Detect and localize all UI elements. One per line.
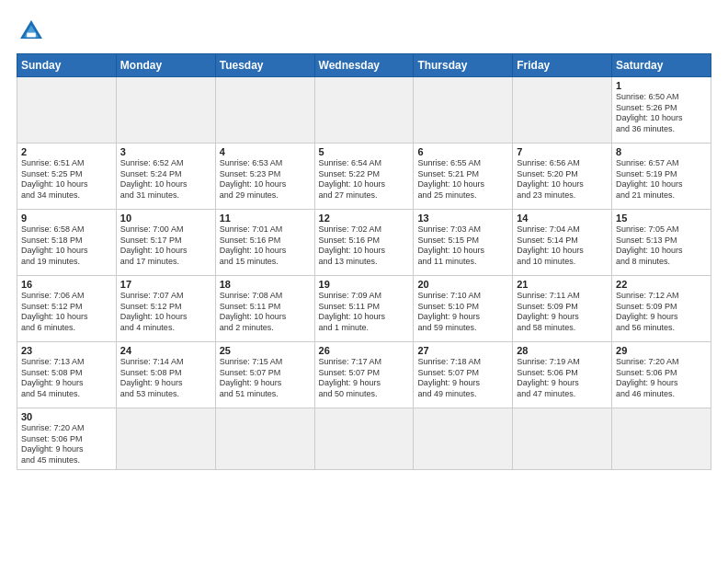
week-row-3: 16Sunrise: 7:06 AM Sunset: 5:12 PM Dayli… [17, 276, 711, 342]
weekday-header-thursday: Thursday [414, 54, 513, 77]
day-number: 25 [220, 345, 311, 356]
calendar-cell: 12Sunrise: 7:02 AM Sunset: 5:16 PM Dayli… [314, 210, 414, 276]
day-number: 22 [616, 279, 707, 290]
calendar-cell: 8Sunrise: 6:57 AM Sunset: 5:19 PM Daylig… [612, 144, 711, 210]
day-info: Sunrise: 7:09 AM Sunset: 5:11 PM Dayligh… [319, 291, 410, 334]
day-info: Sunrise: 7:00 AM Sunset: 5:17 PM Dayligh… [120, 224, 211, 268]
calendar-cell: 13Sunrise: 7:03 AM Sunset: 5:15 PM Dayli… [414, 210, 513, 276]
day-number: 7 [517, 146, 608, 157]
day-number: 23 [21, 345, 112, 356]
calendar-cell: 22Sunrise: 7:12 AM Sunset: 5:09 PM Dayli… [612, 276, 711, 342]
logo-icon [17, 17, 46, 46]
day-number: 28 [517, 345, 608, 356]
day-number: 21 [517, 279, 608, 290]
day-number: 24 [120, 345, 211, 356]
calendar-cell: 6Sunrise: 6:55 AM Sunset: 5:21 PM Daylig… [414, 144, 513, 210]
day-number: 5 [319, 146, 410, 157]
calendar-cell: 10Sunrise: 7:00 AM Sunset: 5:17 PM Dayli… [116, 210, 215, 276]
weekday-header-row: SundayMondayTuesdayWednesdayThursdayFrid… [17, 54, 711, 77]
day-info: Sunrise: 6:58 AM Sunset: 5:18 PM Dayligh… [21, 224, 112, 268]
calendar-cell [513, 408, 612, 470]
day-info: Sunrise: 7:11 AM Sunset: 5:09 PM Dayligh… [517, 291, 608, 334]
calendar-cell: 30Sunrise: 7:20 AM Sunset: 5:06 PM Dayli… [17, 408, 117, 470]
calendar-cell: 4Sunrise: 6:53 AM Sunset: 5:23 PM Daylig… [215, 144, 314, 210]
weekday-header-friday: Friday [513, 54, 612, 77]
day-info: Sunrise: 7:12 AM Sunset: 5:09 PM Dayligh… [616, 291, 707, 334]
day-info: Sunrise: 7:02 AM Sunset: 5:16 PM Dayligh… [319, 224, 410, 268]
day-info: Sunrise: 6:55 AM Sunset: 5:21 PM Dayligh… [417, 158, 508, 201]
day-number: 12 [319, 213, 410, 224]
day-number: 3 [120, 146, 211, 157]
weekday-header-sunday: Sunday [17, 54, 117, 77]
calendar-cell [314, 77, 414, 144]
week-row-2: 9Sunrise: 6:58 AM Sunset: 5:18 PM Daylig… [17, 210, 711, 276]
day-info: Sunrise: 7:19 AM Sunset: 5:06 PM Dayligh… [517, 357, 608, 400]
day-number: 14 [517, 213, 608, 224]
calendar-cell: 18Sunrise: 7:08 AM Sunset: 5:11 PM Dayli… [215, 276, 314, 342]
calendar-cell: 20Sunrise: 7:10 AM Sunset: 5:10 PM Dayli… [414, 276, 513, 342]
day-number: 18 [220, 279, 311, 290]
logo [17, 17, 50, 46]
day-number: 17 [120, 279, 211, 290]
day-info: Sunrise: 7:15 AM Sunset: 5:07 PM Dayligh… [220, 357, 311, 400]
day-number: 8 [616, 146, 707, 157]
day-number: 11 [220, 213, 311, 224]
week-row-1: 2Sunrise: 6:51 AM Sunset: 5:25 PM Daylig… [17, 144, 711, 210]
calendar-cell [513, 77, 612, 144]
day-info: Sunrise: 6:57 AM Sunset: 5:19 PM Dayligh… [616, 158, 707, 201]
calendar-cell: 5Sunrise: 6:54 AM Sunset: 5:22 PM Daylig… [314, 144, 414, 210]
calendar-cell: 1Sunrise: 6:50 AM Sunset: 5:26 PM Daylig… [612, 77, 711, 144]
calendar-cell [215, 408, 314, 470]
day-info: Sunrise: 7:14 AM Sunset: 5:08 PM Dayligh… [120, 357, 211, 400]
day-number: 2 [21, 146, 112, 157]
day-info: Sunrise: 7:13 AM Sunset: 5:08 PM Dayligh… [21, 357, 112, 400]
week-row-0: 1Sunrise: 6:50 AM Sunset: 5:26 PM Daylig… [17, 77, 711, 144]
weekday-header-monday: Monday [116, 54, 215, 77]
day-number: 27 [417, 345, 508, 356]
day-number: 1 [616, 80, 707, 91]
day-number: 4 [220, 146, 311, 157]
calendar-cell [414, 408, 513, 470]
weekday-header-tuesday: Tuesday [215, 54, 314, 77]
day-info: Sunrise: 7:17 AM Sunset: 5:07 PM Dayligh… [319, 357, 410, 400]
day-number: 6 [417, 146, 508, 157]
day-number: 13 [417, 213, 508, 224]
calendar-cell [116, 408, 215, 470]
calendar-cell [17, 77, 117, 144]
day-info: Sunrise: 6:52 AM Sunset: 5:24 PM Dayligh… [120, 158, 211, 201]
calendar-cell: 19Sunrise: 7:09 AM Sunset: 5:11 PM Dayli… [314, 276, 414, 342]
day-number: 15 [616, 213, 707, 224]
calendar-cell: 28Sunrise: 7:19 AM Sunset: 5:06 PM Dayli… [513, 342, 612, 408]
header [17, 17, 711, 46]
day-info: Sunrise: 7:08 AM Sunset: 5:11 PM Dayligh… [220, 291, 311, 334]
calendar-cell [414, 77, 513, 144]
calendar-cell: 16Sunrise: 7:06 AM Sunset: 5:12 PM Dayli… [17, 276, 117, 342]
day-info: Sunrise: 7:10 AM Sunset: 5:10 PM Dayligh… [417, 291, 508, 334]
svg-rect-2 [27, 33, 36, 38]
calendar-cell: 3Sunrise: 6:52 AM Sunset: 5:24 PM Daylig… [116, 144, 215, 210]
day-info: Sunrise: 6:53 AM Sunset: 5:23 PM Dayligh… [220, 158, 311, 201]
calendar-cell [314, 408, 414, 470]
day-number: 16 [21, 279, 112, 290]
day-info: Sunrise: 6:51 AM Sunset: 5:25 PM Dayligh… [21, 158, 112, 201]
day-info: Sunrise: 6:50 AM Sunset: 5:26 PM Dayligh… [616, 92, 707, 135]
day-info: Sunrise: 7:05 AM Sunset: 5:13 PM Dayligh… [616, 224, 707, 268]
day-number: 9 [21, 213, 112, 224]
page: SundayMondayTuesdayWednesdayThursdayFrid… [0, 0, 728, 563]
weekday-header-saturday: Saturday [612, 54, 711, 77]
calendar-cell: 23Sunrise: 7:13 AM Sunset: 5:08 PM Dayli… [17, 342, 117, 408]
week-row-4: 23Sunrise: 7:13 AM Sunset: 5:08 PM Dayli… [17, 342, 711, 408]
day-info: Sunrise: 7:04 AM Sunset: 5:14 PM Dayligh… [517, 224, 608, 268]
day-info: Sunrise: 7:06 AM Sunset: 5:12 PM Dayligh… [21, 291, 112, 334]
calendar-cell [215, 77, 314, 144]
day-number: 19 [319, 279, 410, 290]
day-number: 26 [319, 345, 410, 356]
day-info: Sunrise: 7:07 AM Sunset: 5:12 PM Dayligh… [120, 291, 211, 334]
week-row-5: 30Sunrise: 7:20 AM Sunset: 5:06 PM Dayli… [17, 408, 711, 470]
day-info: Sunrise: 7:20 AM Sunset: 5:06 PM Dayligh… [21, 423, 112, 466]
calendar: SundayMondayTuesdayWednesdayThursdayFrid… [17, 53, 711, 470]
day-number: 29 [616, 345, 707, 356]
calendar-cell: 25Sunrise: 7:15 AM Sunset: 5:07 PM Dayli… [215, 342, 314, 408]
calendar-cell: 11Sunrise: 7:01 AM Sunset: 5:16 PM Dayli… [215, 210, 314, 276]
day-info: Sunrise: 6:56 AM Sunset: 5:20 PM Dayligh… [517, 158, 608, 201]
